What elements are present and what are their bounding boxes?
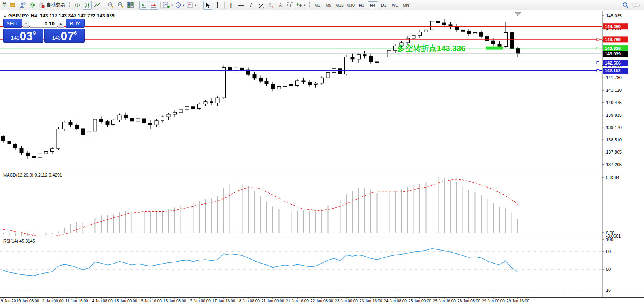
tile-windows-icon [127, 2, 134, 8]
candlestick-mode-button[interactable] [83, 1, 92, 10]
candle-body [302, 81, 305, 82]
line-chart-mode-button[interactable] [93, 1, 102, 10]
candle-body [234, 68, 238, 70]
candle-body [75, 125, 79, 129]
horizontal-line-tool-button[interactable]: — [236, 1, 246, 10]
candle-body [345, 57, 348, 74]
chevron-down-icon[interactable]: ▼ [171, 4, 174, 6]
candle-body [253, 74, 256, 78]
timeframe-button-M15[interactable]: M15 [334, 1, 345, 9]
toolbar-grip[interactable] [200, 2, 201, 8]
candle-body [431, 21, 434, 30]
timeframe-button-W1[interactable]: W1 [390, 1, 400, 9]
time-axis-label: 11 Jan 16:00 [65, 299, 88, 303]
chat-bubbles-icon [631, 2, 640, 8]
chart-text-annotation[interactable]: 多空转折点143.336 [397, 43, 465, 54]
timeframe-button-M5[interactable]: M5 [323, 1, 334, 9]
timeframe-button-H1[interactable]: H1 [357, 1, 367, 9]
macd-indicator-label: MACD(12,26,9) 0.2112 0.4291 [3, 173, 62, 177]
profile-button[interactable] [18, 1, 27, 10]
autotrade-globe-icon [38, 2, 45, 8]
chevron-down-icon[interactable]: ▼ [182, 4, 185, 6]
lot-increase-button[interactable]: ▲ [58, 19, 64, 28]
symbol-search-button[interactable] [621, 1, 630, 10]
templates-button[interactable]: ▼ [186, 1, 197, 10]
line-handle[interactable] [597, 47, 599, 49]
arrows-tool-button[interactable]: ▼ [296, 1, 306, 10]
candle-body [436, 21, 440, 23]
candle-body [14, 144, 17, 148]
autotrade-label: 自动交易 [46, 2, 65, 8]
time-axis-label: 11 Jan 00:00 [41, 299, 64, 303]
toolbar-grip[interactable] [309, 2, 310, 8]
tile-windows-button[interactable] [126, 1, 135, 10]
chart-canvas[interactable]: 145.035144.390143.730142.425141.780141.1… [0, 0, 644, 306]
rsi-axis-tick: 50 [606, 267, 611, 272]
autotrade-button[interactable]: 自动交易 [38, 1, 67, 10]
chart-title: ▲GBPJPY-,H4 143.117 143.347 142.722 143.… [3, 13, 115, 19]
timeframe-button-M30[interactable]: M30 [346, 1, 356, 9]
toolbar-separator [137, 2, 137, 9]
market-watch-button[interactable] [28, 1, 37, 10]
price-line-label-text: 142.152 [605, 68, 621, 73]
line-handle[interactable] [597, 62, 599, 64]
price-line-label-text: 142.566 [605, 61, 621, 65]
buy-price-display[interactable]: 143076 [44, 29, 85, 43]
candle-body [259, 78, 263, 81]
template-icon [187, 2, 193, 8]
candle-body [124, 115, 128, 118]
lot-decrease-button[interactable]: ▼ [23, 19, 29, 28]
crosshair-tool-button[interactable] [213, 1, 222, 10]
line-handle[interactable] [597, 69, 599, 72]
sell-button[interactable]: SELL [3, 19, 22, 28]
toolbar-grip[interactable] [69, 2, 70, 8]
history-center-button[interactable] [8, 1, 17, 10]
rsi-axis-tick: 100 [606, 237, 613, 242]
crosshair-icon [215, 2, 221, 8]
timeframe-button-MN[interactable]: MN [401, 1, 411, 9]
chart-shift-button[interactable] [139, 1, 148, 10]
text-label-tool-button[interactable]: T [286, 1, 295, 10]
timeframe-menu-button[interactable]: ▼ [175, 1, 185, 10]
timeframe-button-D1[interactable]: D1 [379, 1, 389, 9]
indicators-button[interactable]: ▼ [162, 1, 174, 10]
line-handle[interactable] [597, 38, 599, 41]
channel-tool-button[interactable]: E [256, 1, 265, 10]
price-line-label-text: 143.789 [605, 37, 621, 42]
fibonacci-tool-button[interactable]: F [266, 1, 275, 10]
candle-body [81, 129, 85, 135]
new-order-button[interactable]: 单 [2, 2, 7, 8]
candle-body [271, 84, 275, 89]
candle-body [185, 107, 189, 110]
timeframe-button-M1[interactable]: M1 [312, 1, 323, 9]
chevron-down-icon[interactable]: ▼ [194, 4, 197, 6]
horizontal-line-icon: — [238, 2, 244, 8]
chat-button[interactable] [631, 1, 640, 10]
text-tool-button[interactable]: A [276, 1, 285, 10]
price-axis-tick: 140.475 [606, 100, 622, 105]
time-axis-label: 21 Jan 00:00 [261, 299, 284, 303]
sell-price-display[interactable]: 143039 [3, 29, 43, 43]
trendline-tool-button[interactable]: / [246, 1, 255, 10]
time-axis-label: 24 Jan 08:00 [384, 299, 407, 303]
bar-chart-mode-button[interactable] [73, 1, 82, 10]
chevron-down-icon[interactable]: ▼ [303, 4, 306, 6]
sell-price-prefix: 143 [11, 35, 20, 41]
candle-body [222, 67, 226, 98]
auto-scroll-button[interactable] [149, 1, 158, 10]
collapse-panel-icon[interactable]: ▲ [3, 14, 7, 18]
price-axis-tick: 141.780 [606, 75, 622, 80]
green-spiral-icon [29, 2, 36, 8]
green-highlight-bar[interactable] [486, 47, 503, 50]
zoom-in-button[interactable] [106, 1, 115, 10]
clock-icon [175, 2, 181, 8]
timeframe-button-H4[interactable]: H4 [368, 1, 378, 9]
zoom-in-icon [108, 2, 114, 8]
candle-body [118, 115, 121, 120]
buy-button[interactable]: BUY [66, 19, 85, 28]
vertical-line-tool-button[interactable]: | [227, 1, 236, 10]
bar-chart-icon [74, 2, 81, 8]
cursor-tool-button[interactable] [203, 1, 212, 10]
zoom-out-button[interactable] [116, 1, 125, 10]
lot-size-input[interactable]: 0.10 [30, 19, 57, 28]
